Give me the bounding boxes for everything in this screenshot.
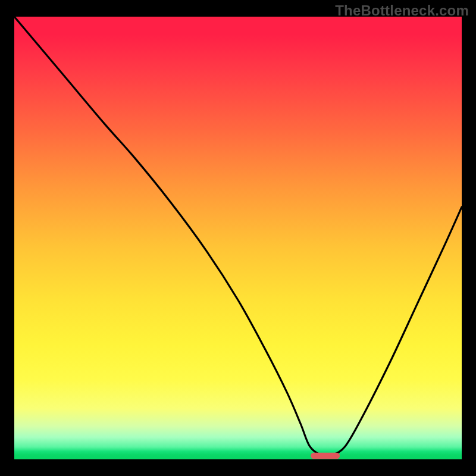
optimal-marker xyxy=(311,453,340,459)
chart-frame: TheBottleneck.com xyxy=(0,0,476,476)
watermark-text: TheBottleneck.com xyxy=(335,2,469,19)
bottleneck-curve xyxy=(14,17,462,456)
curve-layer xyxy=(14,17,462,459)
plot-area xyxy=(14,17,462,459)
